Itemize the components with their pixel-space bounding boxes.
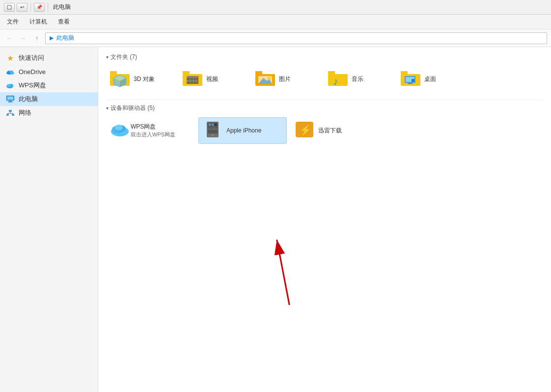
svg-point-52 <box>115 125 123 131</box>
folders-chevron[interactable]: ▾ <box>106 54 109 60</box>
sidebar-item-wps-cloud[interactable]: WPS网盘 <box>0 78 98 92</box>
network-icon <box>6 108 15 117</box>
svg-rect-31 <box>187 80 189 82</box>
svg-rect-10 <box>8 102 13 103</box>
title-bar: ↩ 📌 此电脑 <box>0 0 551 15</box>
red-arrow-line <box>277 239 290 305</box>
undo-btn[interactable]: ↩ <box>17 3 28 12</box>
breadcrumb-item[interactable]: 此电脑 <box>56 34 74 42</box>
quick-access-btn[interactable] <box>4 3 15 12</box>
sidebar-item-this-pc[interactable]: 此电脑 <box>0 92 98 106</box>
svg-rect-27 <box>187 76 189 78</box>
svg-rect-60 <box>209 127 211 128</box>
menu-bar: 文件 计算机 查看 <box>0 15 551 29</box>
thunder-label: 迅雷下载 <box>318 127 342 135</box>
svg-rect-48 <box>412 79 414 82</box>
folders-header-text: 文件夹 (7) <box>110 53 137 61</box>
svg-rect-59 <box>215 124 217 126</box>
folder-video-icon <box>183 69 202 89</box>
sidebar-label-wps-cloud: WPS网盘 <box>19 81 46 90</box>
wps-drive-label: WPS网盘 <box>131 123 175 131</box>
svg-rect-8 <box>7 97 13 100</box>
devices-chevron[interactable]: ▾ <box>106 105 109 111</box>
address-bar: ← → ↑ ▶ 此电脑 <box>0 29 551 47</box>
menu-file[interactable]: 文件 <box>2 16 24 28</box>
folder-desktop[interactable]: 桌面 <box>397 66 466 92</box>
sidebar-label-this-pc: 此电脑 <box>19 95 38 104</box>
svg-rect-34 <box>195 80 197 82</box>
folder-3d-objects[interactable]: 3D 对象 <box>106 66 175 92</box>
device-apple-iphone[interactable]: Apple iPhone <box>198 117 287 144</box>
svg-rect-61 <box>212 127 216 128</box>
svg-text:⚡: ⚡ <box>300 124 312 136</box>
back-button[interactable]: ← <box>4 33 15 44</box>
folder-videos[interactable]: 视频 <box>179 66 248 92</box>
folder-3d-icon <box>110 69 130 89</box>
svg-rect-13 <box>12 114 14 116</box>
svg-marker-35 <box>255 71 262 74</box>
svg-marker-40 <box>328 71 335 74</box>
menu-view[interactable]: 查看 <box>53 16 75 28</box>
wps-cloud-sidebar-icon <box>6 81 15 90</box>
sidebar-item-network[interactable]: 网络 <box>0 106 98 120</box>
forward-button[interactable]: → <box>18 33 28 44</box>
devices-grid: WPS网盘 双击进入WPS网盘 <box>106 117 543 144</box>
pc-icon <box>6 95 15 104</box>
svg-rect-55 <box>208 130 218 133</box>
toolbar-separator2 <box>48 3 48 12</box>
svg-rect-47 <box>408 83 413 84</box>
svg-point-3 <box>9 71 13 73</box>
device-xunlei[interactable]: ⚡ 迅雷下载 <box>291 117 350 144</box>
folder-desktop-icon <box>401 69 420 89</box>
svg-rect-11 <box>9 110 12 112</box>
iphone-label: Apple iPhone <box>226 127 261 134</box>
pin-btn[interactable]: 📌 <box>34 3 45 12</box>
wps-drive-icon <box>110 121 130 140</box>
window-title: 此电脑 <box>53 3 71 11</box>
sidebar-label-onedrive: OneDrive <box>19 68 46 76</box>
svg-rect-9 <box>9 101 12 102</box>
svg-point-39 <box>268 77 271 79</box>
device-wps-drive[interactable]: WPS网盘 双击进入WPS网盘 <box>106 117 194 144</box>
svg-rect-57 <box>209 124 211 126</box>
sidebar-item-quick-access[interactable]: ★ 快速访问 <box>0 51 98 65</box>
folder-music[interactable]: ♪ 音乐 <box>324 66 393 92</box>
folder-music-icon: ♪ <box>328 69 348 89</box>
iphone-icon <box>203 121 222 140</box>
onedrive-icon <box>6 67 15 76</box>
svg-point-6 <box>9 84 13 87</box>
folder-picture-icon <box>255 69 275 89</box>
toolbar-separator <box>30 3 31 12</box>
svg-rect-12 <box>6 114 9 116</box>
thunder-icon: ⚡ <box>295 121 314 140</box>
devices-section-header[interactable]: ▾ 设备和驱动器 (5) <box>106 104 543 112</box>
devices-header-text: 设备和驱动器 (5) <box>110 104 155 112</box>
svg-rect-28 <box>190 76 192 78</box>
svg-rect-32 <box>190 80 192 82</box>
folders-grid: 3D 对象 <box>106 66 543 92</box>
sidebar-label-quick-access: 快速访问 <box>19 53 44 62</box>
svg-rect-30 <box>195 76 197 78</box>
folder-music-label: 音乐 <box>352 75 363 83</box>
svg-marker-43 <box>401 71 408 74</box>
folder-videos-label: 视频 <box>206 75 218 83</box>
sidebar-label-network: 网络 <box>19 108 31 117</box>
svg-rect-33 <box>193 80 194 82</box>
svg-rect-58 <box>212 124 214 126</box>
annotation-overlay <box>98 47 551 392</box>
sidebar-item-onedrive[interactable]: OneDrive <box>0 65 98 78</box>
wps-drive-sublabel: 双击进入WPS网盘 <box>131 131 175 138</box>
menu-computer[interactable]: 计算机 <box>25 16 52 28</box>
folder-pictures[interactable]: 图片 <box>251 66 320 92</box>
svg-marker-18 <box>110 71 117 74</box>
folders-section-header[interactable]: ▾ 文件夹 (7) <box>106 53 543 61</box>
content-area: ▾ 文件夹 (7) <box>98 47 551 392</box>
svg-point-56 <box>212 134 214 136</box>
red-arrow-svg <box>98 47 551 392</box>
section-divider <box>106 100 543 100</box>
folder-desktop-label: 桌面 <box>424 75 436 83</box>
address-path[interactable]: ▶ 此电脑 <box>45 32 547 44</box>
sidebar: ★ 快速访问 OneDrive <box>0 47 98 392</box>
svg-text:♪: ♪ <box>333 75 338 87</box>
up-button[interactable]: ↑ <box>31 33 42 44</box>
